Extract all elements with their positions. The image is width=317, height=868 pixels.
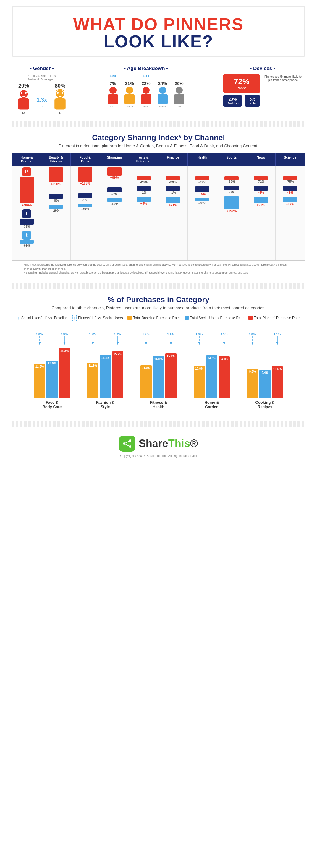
baseline-bar-0: 11.5%: [34, 364, 45, 398]
purchases-subtitle: Compared to other channels, Pinterest us…: [12, 306, 305, 310]
age-group-1: ↑ 21% 26-35: [122, 74, 137, 108]
category-title: Category Sharing Index* by Channel: [12, 133, 305, 142]
svg-marker-31: [198, 342, 200, 345]
pinner-val-2: 15.0%: [167, 354, 175, 358]
pinner-bar-2: 15.0%: [165, 353, 177, 398]
legend-pinner-purchase-label: Total Pinners' Purchase Rate: [254, 316, 299, 320]
pinner-val-4: 10.6%: [273, 368, 282, 371]
pinner-lift-val-0: 1.33x: [61, 333, 68, 336]
male-figure: 20% M: [15, 83, 33, 115]
social-lift-arrow-3: [197, 336, 202, 345]
ch-header-1: Beauty &Fitness: [41, 153, 71, 166]
p-val-pinterest-col7: -69%: [228, 180, 235, 183]
purchase-label-1: Fashion &Style: [96, 400, 115, 409]
col-shopping: +89% -5% -19%: [100, 166, 129, 260]
svg-line-42: [124, 444, 130, 446]
p-bar-facebook-col9: [283, 186, 297, 191]
social-val-4: 9.4%: [262, 371, 268, 374]
social-lift-val-4: 1.00x: [249, 333, 256, 336]
svg-point-6: [57, 92, 59, 94]
gender-figures: 20% M 1.3x ↑ 80%: [15, 83, 69, 115]
p-bar-facebook-col6: [195, 186, 209, 192]
legend-pinner-lift-label: Pinners' Lift vs. Social Users: [78, 316, 123, 320]
facebook-icon-col0: f: [22, 209, 31, 218]
svg-point-7: [62, 92, 63, 94]
purchase-group-fashion: 1.22x 1.09x 11.8% 14.4%: [83, 333, 127, 409]
baseline-val-0: 11.5%: [35, 365, 44, 368]
age-icon-4: [172, 86, 187, 105]
legend-baseline: Total Baseline Purchase Rate: [127, 315, 180, 321]
svg-point-3: [25, 92, 27, 94]
legend-social-purchase-label: Total Social Users' Purchase Rate: [190, 316, 244, 320]
social-lift-arrow-1: [91, 336, 95, 345]
purchase-bars-3: 1.32x 0.98x 10.8% 14.3%: [194, 333, 230, 398]
p-bar-twitter-col3: [107, 198, 122, 202]
social-lift-1: 1.22x: [87, 333, 98, 345]
p-bar-twitter-col4: [137, 197, 151, 202]
pinterest-icon-col0: P: [22, 167, 31, 176]
social-purchase-color: [185, 316, 189, 320]
p-val-twitter-col0: -69%: [23, 244, 30, 247]
p-bar-facebook-col5: [166, 186, 180, 191]
p-val-twitter-col5: +21%: [169, 203, 177, 207]
channel-chart-body: P +480% f -35% t -69%: [12, 166, 305, 260]
male-pct: 20%: [18, 83, 29, 89]
channel-headers: Home &Garden Beauty &Fitness Food &Drink…: [12, 153, 305, 166]
pinner-purchase-color: [248, 316, 253, 320]
legend-baseline-label: Total Baseline Purchase Rate: [133, 316, 180, 320]
p-val-facebook-col9: +3%: [287, 191, 293, 194]
purchase-group-face-body: 1.09x 1.33x 11.5% 12.6%: [30, 333, 74, 409]
legend-social-lift-label: Social Users' Lift vs. Baseline: [21, 316, 68, 320]
svg-point-8: [109, 87, 117, 94]
divider1: [12, 121, 305, 127]
social-lift-val-3: 1.32x: [195, 333, 203, 336]
social-lift-val-0: 1.09x: [36, 333, 43, 336]
devices-title: • Devices •: [250, 66, 275, 71]
footnotes: *The Index represents the relative diffe…: [12, 260, 305, 277]
svg-marker-37: [276, 342, 279, 345]
svg-rect-9: [108, 94, 118, 104]
p-val-twitter-col2: -56%: [81, 207, 89, 211]
tablet-device: 5% Tablet: [245, 95, 260, 107]
p-bar-facebook-col3: [107, 187, 122, 192]
svg-marker-29: [170, 342, 172, 345]
age-icon-3: [155, 86, 170, 105]
device-note: Pinners are 5x more likely to pin from a…: [264, 75, 302, 82]
purchases-section: % of Purchases in Category Compared to o…: [0, 289, 317, 421]
age-title: • Age Breakdown •: [124, 66, 168, 71]
desktop-device: 23% Desktop: [223, 95, 242, 107]
pinner-lift-arrow-2: [168, 336, 173, 345]
desktop-label: Desktop: [226, 101, 239, 105]
purchase-group-home-garden: 1.32x 0.98x 10.8% 14.3%: [190, 333, 234, 409]
p-val-twitter-col9: +17%: [286, 202, 294, 206]
pinner-lift-arrow-1: [115, 336, 120, 345]
p-val-facebook-col7: -3%: [229, 190, 234, 194]
male-label: M: [22, 111, 25, 115]
svg-point-12: [142, 87, 150, 94]
divider3: [12, 421, 305, 427]
purchase-bars-inner-3: 10.8% 14.3% 14.0%: [194, 341, 230, 398]
p-bar-pinterest-col6: [195, 176, 209, 180]
svg-point-10: [126, 87, 133, 94]
social-val-1: 14.4%: [101, 356, 109, 360]
social-lift-arrow-2: [144, 336, 149, 345]
p-val-facebook-col4: -1%: [141, 191, 147, 194]
female-figure: 80% F: [51, 83, 69, 115]
social-bar-3: 14.3%: [206, 355, 217, 398]
pinner-lift-val-1: 1.09x: [114, 333, 121, 336]
p-val-pinterest-col9: -75%: [286, 180, 294, 183]
social-bar-0: 12.6%: [46, 361, 58, 398]
device-sub-row: 23% Desktop 5% Tablet: [223, 95, 260, 107]
pinner-lift-2: 1.13x: [165, 333, 177, 345]
pinner-val-0: 16.8%: [60, 349, 69, 352]
p-bar-twitter-col9: [283, 197, 297, 202]
gender-title: • Gender •: [30, 66, 54, 71]
social-lift-arrow-4: [250, 336, 255, 345]
purchase-label-0: Face &Body Care: [42, 400, 62, 409]
ch-header-9: Science: [276, 153, 305, 166]
social-lift-0: 1.09x: [34, 333, 45, 345]
baseline-val-3: 10.8%: [195, 367, 203, 370]
age-figures: 1.5x ↑ 7% 18-25 ↑ 21%: [105, 74, 187, 108]
baseline-bar-2: 11.0%: [140, 365, 152, 398]
footer-copyright: Copyright © 2015 ShareThis Inc. All Righ…: [12, 454, 305, 458]
